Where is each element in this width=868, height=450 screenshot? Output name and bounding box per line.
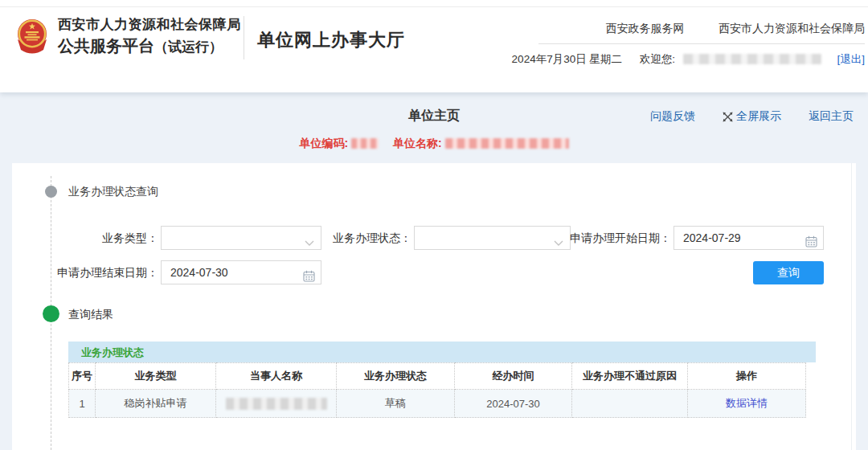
unit-name-label: 单位名称: [393,137,442,149]
header-top-links: 西安政务服务网 西安市人力资源和社会保障局 [538,21,865,44]
data-detail-link[interactable]: 数据详情 [726,397,768,409]
org-logo [14,18,50,55]
page-band: 单位主页 问题反馈 全屏展示 返回主页 单位编码: 单位名称: [0,92,868,163]
table-title: 业务办理状态 [81,346,144,358]
start-date-input[interactable]: 2024-07-29 [674,226,824,250]
fullscreen-link-label: 全屏展示 [736,109,781,124]
header-user-row: 2024年7月30日 星期二 欢迎您: [退出] [479,52,865,67]
end-date-value: 2024-07-30 [170,266,228,279]
redacted-unit-name [445,138,569,149]
col-header-status: 业务办理状态 [337,363,455,390]
back-home-link[interactable]: 返回主页 [809,109,854,124]
feedback-link[interactable]: 问题反馈 [650,109,695,124]
back-home-link-label: 返回主页 [809,109,854,124]
card-inner-divider [851,163,852,450]
calendar-icon[interactable] [805,232,817,255]
feedback-link-label: 问题反馈 [650,109,695,124]
app: 西安市人力资源和社会保障局 公共服务平台（试运行） 单位网上办事大厅 西安政务服… [0,0,868,450]
results-table: 序号 业务类型 当事人名称 业务办理状态 经办时间 业务办理不通过原因 操作 1… [68,362,806,418]
platform-trial-tag: （试运行） [154,39,223,55]
fullscreen-link[interactable]: 全屏展示 [723,109,781,124]
start-date-value: 2024-07-29 [683,231,741,244]
status-label: 业务办理状态： [281,226,411,250]
cell-handle-time: 2024-07-30 [455,390,572,418]
business-type-label: 业务类型： [28,226,158,250]
national-emblem-icon [14,18,50,55]
cell-action: 数据详情 [688,390,806,418]
table-title-band: 业务办理状态 [68,342,816,362]
brand-divider [244,16,244,59]
logout-link[interactable]: [退出] [837,53,865,65]
date-text: 2024年7月30日 星期二 [512,53,622,65]
redacted-username [683,54,821,64]
org-name: 西安市人力资源和社会保障局 [58,17,241,33]
cell-seq: 1 [69,390,96,418]
site-header: 西安市人力资源和社会保障局 公共服务平台（试运行） 单位网上办事大厅 西安政务服… [0,0,868,92]
link-xian-gov-site[interactable]: 西安政务服务网 [606,22,685,35]
link-hr-bureau-site[interactable]: 西安市人力资源和社会保障局 [719,22,865,35]
cell-business-type: 稳岗补贴申请 [96,390,216,418]
results-section-bullet [43,305,59,322]
col-header-seq: 序号 [69,363,96,390]
calendar-icon[interactable] [303,267,315,289]
end-date-label: 申请办理结束日期： [28,260,158,284]
query-button[interactable]: 查询 [753,261,824,284]
content-card: 业务办理状态查询 业务类型： 业务办理状态： 申请办理开始日期： 2024-07… [12,163,856,450]
query-section-title: 业务办理状态查询 [68,185,158,199]
col-header-fail-reason: 业务办理不通过原因 [572,363,688,390]
query-section-bullet [45,186,57,198]
start-date-label: 申请办理开始日期： [541,226,671,250]
brand-block: 西安市人力资源和社会保障局 公共服务平台（试运行） [58,17,241,56]
top-divider [0,6,868,7]
col-header-business-type: 业务类型 [96,363,216,390]
hall-title: 单位网上办事大厅 [257,28,405,52]
header-right: 西安政务服务网 西安市人力资源和社会保障局 2024年7月30日 星期二 欢迎您… [479,21,865,67]
band-links: 问题反馈 全屏展示 返回主页 [650,109,854,124]
unit-code-label: 单位编码: [299,137,348,149]
col-header-action: 操作 [688,363,806,390]
welcome-label: 欢迎您: [640,53,675,65]
col-header-party-name: 当事人名称 [216,363,337,390]
fullscreen-icon [723,112,733,122]
cell-party-name [216,390,337,418]
redacted-unit-code [351,138,379,149]
redacted-party-name [226,398,327,410]
cell-status: 草稿 [337,390,455,418]
results-section-title: 查询结果 [68,308,113,322]
platform-name: 公共服务平台 [58,37,154,55]
table-row: 1 稳岗补贴申请 草稿 2024-07-30 数据详情 [69,390,806,418]
unit-info-line: 单位编码: 单位名称: [0,137,868,151]
cell-fail-reason [572,390,688,418]
platform-name-line: 公共服务平台（试运行） [58,36,241,55]
table-header-row: 序号 业务类型 当事人名称 业务办理状态 经办时间 业务办理不通过原因 操作 [69,363,806,390]
col-header-handle-time: 经办时间 [455,363,572,390]
end-date-input[interactable]: 2024-07-30 [161,260,321,284]
